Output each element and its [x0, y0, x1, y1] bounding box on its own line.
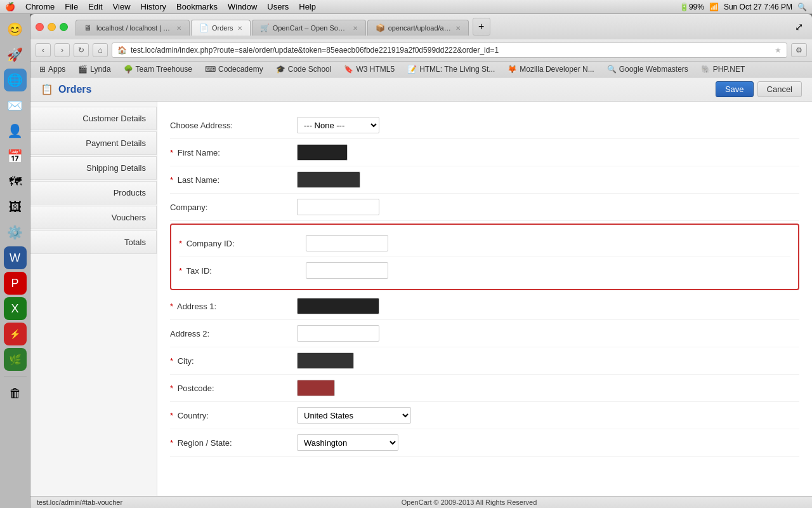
menu-bookmarks[interactable]: Bookmarks: [176, 2, 218, 11]
apple-menu[interactable]: 🍎: [5, 2, 15, 11]
menu-edit[interactable]: Edit: [88, 2, 102, 11]
form-row-address1: * Address 1:: [170, 293, 799, 320]
menu-file[interactable]: File: [65, 2, 78, 11]
bookmark-phpnet[interactable]: 🐘 PHP.NET: [697, 64, 749, 75]
sidebar-tab-payment-details[interactable]: Payment Details: [30, 131, 157, 155]
search-icon[interactable]: 🔍: [797, 3, 807, 11]
address1-input[interactable]: [297, 298, 379, 314]
postcode-required: *: [170, 384, 173, 393]
tab-bar: 🖥 localhost / localhost | php ... ✕ 📄 Or…: [75, 18, 490, 36]
extensions-button[interactable]: ⚙: [791, 43, 807, 57]
sidebar-tab-products[interactable]: Products: [30, 181, 157, 204]
first-name-label: * First Name:: [170, 148, 297, 157]
dock-icon-green[interactable]: 🌿: [4, 348, 27, 371]
first-name-input[interactable]: [297, 144, 348, 161]
menu-window[interactable]: Window: [228, 2, 257, 11]
save-button[interactable]: Save: [716, 81, 754, 97]
address2-input[interactable]: [297, 325, 379, 342]
reload-button[interactable]: ↻: [74, 43, 89, 57]
tab-close-opencart[interactable]: ✕: [353, 25, 358, 32]
sidebar-tab-shipping-details[interactable]: Shipping Details: [30, 156, 157, 180]
region-select[interactable]: Washington: [297, 434, 398, 451]
tab-label-github: opencart/upload/admin/v...: [388, 24, 452, 32]
dock-icon-contacts[interactable]: 👤: [4, 119, 27, 142]
home-button[interactable]: ⌂: [93, 43, 108, 57]
dock-icon-x[interactable]: X: [4, 297, 27, 320]
menu-chrome[interactable]: Chrome: [25, 2, 55, 11]
bookmark-w3html5[interactable]: 🔖 W3 HTML5: [340, 64, 398, 75]
bookmark-codeschool[interactable]: 🎓 Code School: [272, 64, 336, 75]
minimize-button[interactable]: [48, 23, 56, 31]
fullscreen-button[interactable]: ⤢: [791, 21, 807, 33]
tab-close-orders[interactable]: ✕: [237, 25, 242, 32]
dock: 😊 🚀 🌐 ✉️ 👤 📅 🗺 🖼 ⚙️ W P X ⚡ 🌿 🗑: [0, 14, 30, 508]
bookmark-label-codeschool: Code School: [288, 65, 332, 74]
sidebar-tab-vouchers[interactable]: Vouchers: [30, 206, 157, 229]
cancel-button[interactable]: Cancel: [757, 81, 802, 97]
dock-icon-trash[interactable]: 🗑: [4, 382, 27, 404]
tab-close-localhost[interactable]: ✕: [176, 25, 181, 32]
last-name-input[interactable]: [297, 171, 360, 188]
tax-id-required: *: [179, 266, 182, 276]
bookmark-google-webmasters[interactable]: 🔍 Google Webmasters: [603, 64, 692, 75]
bookmark-label-lynda: Lynda: [90, 65, 110, 74]
dock-icon-photos[interactable]: 🖼: [4, 196, 27, 218]
dock-icon-launchpad[interactable]: 🚀: [4, 43, 27, 66]
bookmark-favicon-lynda: 🎬: [78, 65, 88, 74]
dock-icon-browser[interactable]: 🌐: [4, 69, 27, 91]
tab-orders[interactable]: 📄 Orders ✕: [191, 20, 251, 36]
menu-users[interactable]: Users: [267, 2, 289, 11]
bookmark-treehouse[interactable]: 🌳 Team Treehouse: [120, 64, 196, 75]
new-tab-button[interactable]: +: [473, 18, 490, 36]
dock-icon-calendar[interactable]: 📅: [4, 145, 27, 168]
menubar-right: 🔋99% 📶 Sun Oct 27 7:46 PM 🔍: [679, 3, 807, 11]
menu-history[interactable]: History: [141, 2, 166, 11]
bookmark-htmlliving[interactable]: 📝 HTML: The Living St...: [403, 64, 499, 75]
bookmark-label-php: PHP.NET: [713, 65, 745, 74]
bookmark-apps[interactable]: ⊞ Apps: [36, 64, 69, 75]
bookmark-label-google: Google Webmasters: [619, 65, 688, 74]
dock-separator: [4, 376, 27, 377]
address2-label: Address 2:: [170, 329, 297, 338]
tab-close-github[interactable]: ✕: [455, 25, 461, 32]
tab-localhost[interactable]: 🖥 localhost / localhost | php ... ✕: [75, 20, 190, 36]
sidebar-tab-totals[interactable]: Totals: [30, 231, 157, 254]
close-button[interactable]: [36, 23, 44, 31]
company-id-input[interactable]: [306, 235, 388, 251]
maximize-button[interactable]: [60, 23, 68, 31]
page-header: 📋 Orders Save Cancel: [30, 77, 812, 102]
dock-icon-maps[interactable]: 🗺: [4, 170, 27, 193]
content-area: Customer Details Payment Details Shippin…: [30, 102, 812, 496]
dock-icon-word[interactable]: W: [4, 246, 27, 269]
bookmark-lynda[interactable]: 🎬 Lynda: [74, 64, 114, 75]
postcode-input[interactable]: [297, 380, 335, 396]
dock-icon-mail[interactable]: ✉️: [4, 94, 27, 117]
form-row-company-id: * Company ID:: [179, 230, 790, 257]
bookmark-mozilla[interactable]: 🦊 Mozilla Developer N...: [504, 64, 598, 75]
dock-icon-finder[interactable]: 😊: [4, 18, 27, 41]
tab-opencart[interactable]: 🛒 OpenCart – Open Source S... ✕: [252, 20, 366, 36]
bookmark-codecademy[interactable]: ⌨ Codecademy: [201, 64, 267, 75]
back-button[interactable]: ‹: [36, 43, 51, 57]
dock-icon-stripe[interactable]: ⚡: [4, 323, 27, 345]
company-input[interactable]: [297, 199, 379, 215]
city-input[interactable]: [297, 352, 354, 369]
dock-icon-settings[interactable]: ⚙️: [4, 221, 27, 244]
address-bar[interactable]: 🏠 test.loc/admin/index.php?route=sale/or…: [112, 43, 787, 58]
city-label: * City:: [170, 356, 297, 366]
address-text[interactable]: test.loc/admin/index.php?route=sale/orde…: [131, 46, 499, 55]
sidebar-tab-customer-details[interactable]: Customer Details: [30, 107, 157, 130]
choose-address-select[interactable]: --- None ---: [297, 117, 379, 133]
tab-favicon-localhost: 🖥: [84, 23, 93, 32]
menu-help[interactable]: Help: [299, 2, 316, 11]
form-row-choose-address: Choose Address: --- None ---: [170, 112, 799, 139]
forward-button[interactable]: ›: [55, 43, 70, 57]
menu-view[interactable]: View: [113, 2, 131, 11]
tax-id-input[interactable]: [306, 262, 388, 279]
dock-icon-red[interactable]: P: [4, 272, 27, 295]
bookmark-favicon-html: 📝: [407, 65, 417, 74]
bookmark-label-codecademy: Codecademy: [218, 65, 263, 74]
tab-github[interactable]: 📦 opencart/upload/admin/v... ✕: [367, 20, 469, 36]
country-select[interactable]: United States: [297, 407, 411, 424]
star-icon[interactable]: ★: [775, 46, 782, 55]
